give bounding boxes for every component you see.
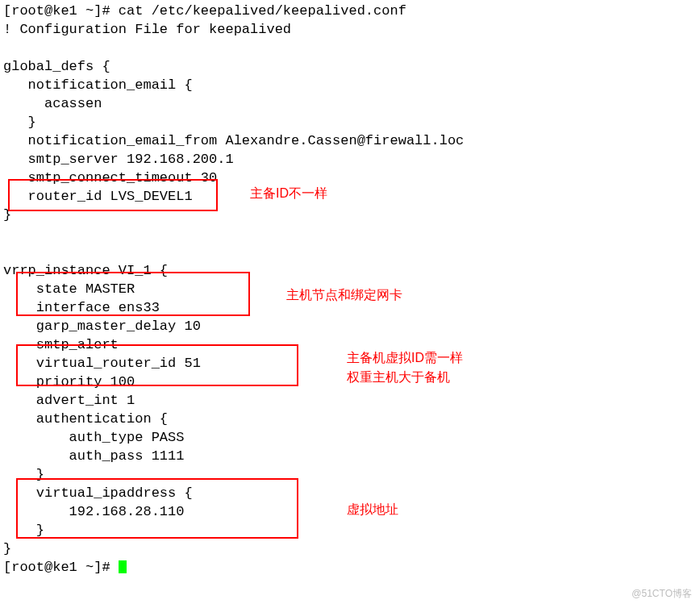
highlight-box-state-interface bbox=[16, 272, 250, 316]
line: [root@ke1 ~]# bbox=[3, 560, 119, 575]
line: } bbox=[3, 541, 11, 556]
annotation-router-id: 主备ID不一样 bbox=[250, 184, 327, 202]
annotation-priority: 权重主机大于备机 bbox=[347, 368, 450, 386]
line: smtp_server 192.168.200.1 bbox=[3, 152, 234, 167]
highlight-box-virtual-ip bbox=[16, 478, 298, 539]
cursor bbox=[119, 560, 127, 573]
line: acassen bbox=[3, 96, 102, 111]
line: ! Configuration File for keepalived bbox=[3, 22, 291, 37]
line: garp_master_delay 10 bbox=[3, 319, 201, 334]
line: authentication { bbox=[3, 411, 168, 427]
line: notification_email_from Alexandre.Cassen… bbox=[3, 133, 464, 148]
highlight-box-router-id bbox=[8, 179, 218, 211]
annotation-vrid: 主备机虚拟ID需一样 bbox=[347, 348, 463, 367]
annotation-virtual-ip: 虚拟地址 bbox=[347, 500, 398, 518]
prompt-line[interactable]: [root@ke1 ~]# bbox=[3, 560, 127, 575]
line: auth_pass 1111 bbox=[3, 448, 184, 464]
line: auth_type PASS bbox=[3, 430, 184, 445]
line: [root@ke1 ~]# cat /etc/keepalived/keepal… bbox=[3, 3, 406, 19]
watermark: @51CTO博客 bbox=[631, 585, 692, 603]
line: notification_email { bbox=[3, 77, 193, 93]
line: advert_int 1 bbox=[3, 393, 135, 408]
line: global_defs { bbox=[3, 59, 110, 74]
highlight-box-vrid-priority bbox=[16, 344, 298, 386]
annotation-state-interface: 主机节点和绑定网卡 bbox=[286, 285, 402, 304]
line: } bbox=[3, 115, 36, 130]
